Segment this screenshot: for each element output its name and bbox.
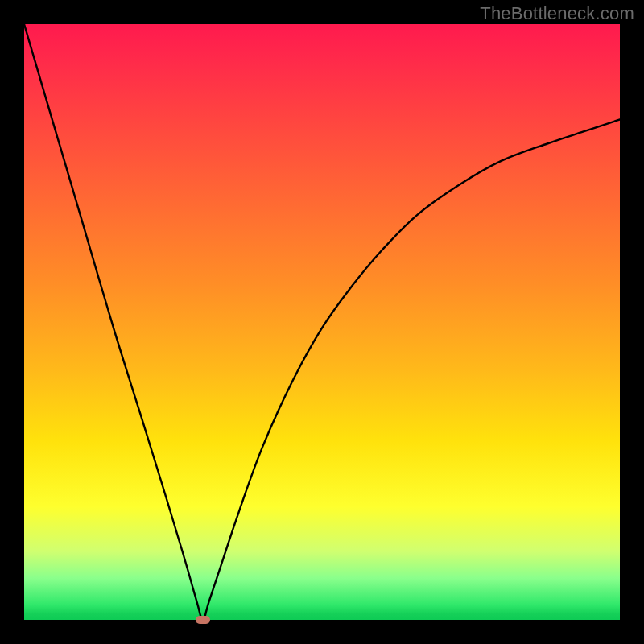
optimum-marker — [196, 616, 210, 624]
bottleneck-curve — [24, 24, 620, 620]
chart-frame: TheBottleneck.com — [0, 0, 644, 644]
curve-layer — [24, 24, 620, 620]
watermark-text: TheBottleneck.com — [480, 3, 634, 24]
plot-area — [24, 24, 620, 620]
